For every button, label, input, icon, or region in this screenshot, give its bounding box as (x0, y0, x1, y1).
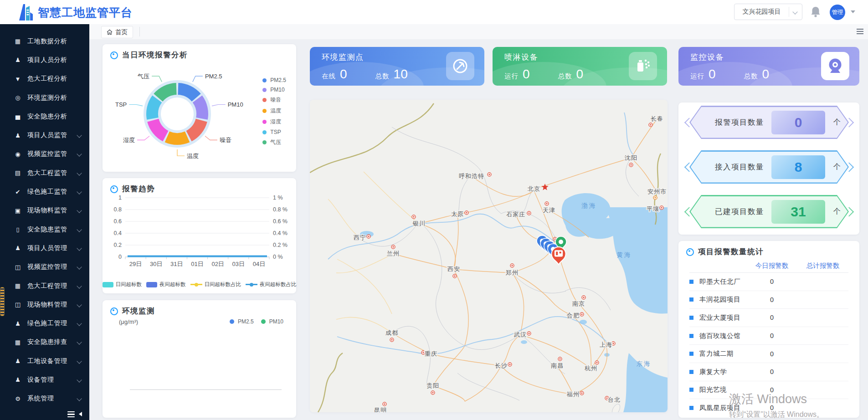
tab-overflow-menu-icon[interactable] (857, 29, 863, 34)
project-name: 宏业大厦项目 (699, 313, 740, 322)
today-alarm-count: 0 (747, 368, 797, 375)
project-counts-card: 报警项目数量 0 个 接入项目数量 8 个 已建项目数量 31 个 (678, 102, 859, 235)
card-title: 项目报警数量统计 (698, 247, 764, 257)
tab-bar: 首页 (89, 24, 868, 39)
legend-swatch (262, 130, 267, 134)
legend-swatch (103, 282, 113, 287)
env-monitor-legend: PM2.5PM10 (230, 318, 283, 325)
green-construction-manage-icon: ♟ (14, 320, 22, 327)
legend-item-TSP[interactable]: TSP (262, 129, 286, 135)
sidebar-item-5[interactable]: ▅安全隐患分析 (0, 107, 89, 126)
sidebar-item-label: 现场物料管理 (27, 301, 77, 309)
sidebar-item-16[interactable]: ♟绿色施工管理 (0, 314, 89, 333)
sidebar-item-15[interactable]: ◫现场物料管理 (0, 295, 89, 314)
sidebar-item-17[interactable]: ▦安全隐患排查 (0, 333, 89, 352)
legend-label: 夜间超标数 (159, 281, 186, 288)
chevron-down-icon (77, 189, 82, 194)
sidebar-item-3[interactable]: ▼危大工程分析 (0, 70, 89, 88)
sidebar-item-18[interactable]: ♟工地设备管理 (0, 352, 89, 370)
legend-item-日间超标数[interactable]: 日间超标数 (103, 281, 142, 288)
legend-label: 温度 (270, 107, 281, 115)
sidebar-item-11[interactable]: ▯安全隐患监管 (0, 220, 89, 239)
donut-segment-噪音[interactable] (189, 120, 202, 136)
sidebar-item-9[interactable]: ✔绿色施工监管 (0, 182, 89, 201)
stat-card-metrics: 运行 0 总数 0 (504, 68, 583, 81)
sidebar-item-12[interactable]: ♟项目人员管理 (0, 239, 89, 257)
sidebar-item-label: 现场物料监管 (27, 206, 77, 215)
safety-hazard-analysis-icon: ▅ (14, 113, 22, 120)
chevron-down-icon (792, 9, 797, 14)
y-axis-tick-right: 0.6 % (273, 218, 288, 225)
legend-item-气压[interactable]: 气压 (262, 138, 286, 146)
sidebar-item-19[interactable]: ♟设备管理 (0, 370, 89, 389)
legend-item-夜间超标数[interactable]: 夜间超标数 (146, 281, 186, 288)
sidebar-item-8[interactable]: ▤危大工程监管 (0, 164, 89, 182)
chevron-down-icon (77, 265, 82, 270)
sidebar-item-1[interactable]: ▦工地数据分析 (0, 32, 89, 51)
card-title: 报警趋势 (122, 184, 155, 194)
y-axis-tick-right: 0.8 % (273, 206, 288, 213)
city-label-武汉: 武汉 (514, 331, 527, 338)
city-label-西宁: 西宁 (354, 234, 366, 241)
sidebar-menu: ▦工地数据分析♟项目人员分析▼危大工程分析◎环境监测分析▅安全隐患分析♟项目人员… (0, 24, 89, 408)
project-name: 富力城二期 (699, 349, 734, 358)
danger-project-manage-icon: ▦ (14, 282, 22, 289)
legend-label: TSP (270, 129, 281, 135)
bullseye-icon (110, 307, 118, 315)
sidebar-item-13[interactable]: ◫视频监控管理 (0, 258, 89, 277)
chevron-down-icon (77, 359, 82, 364)
donut-segment-TSP[interactable] (152, 99, 157, 118)
row-bullet-icon (689, 316, 693, 320)
donut-label: PM10 (228, 101, 243, 108)
metric-label: 总数 (744, 72, 758, 81)
legend-item-湿度[interactable]: 湿度 (262, 118, 286, 126)
avatar-caret-icon[interactable] (851, 10, 855, 15)
today-alarm-count: 0 (747, 314, 797, 321)
legend-item-PM2.5[interactable]: PM2.5 (262, 77, 286, 83)
sidebar-item-10[interactable]: ▣现场物料监管 (0, 201, 89, 220)
notification-bell-icon[interactable] (810, 6, 821, 18)
banner-label: 接入项目数量 (715, 162, 771, 172)
banner-label: 已建项目数量 (715, 207, 771, 217)
avatar[interactable]: 管理 (830, 5, 845, 20)
project-selector[interactable]: 文兴花园项目 (734, 4, 802, 20)
donut-segment-湿度[interactable] (153, 120, 166, 136)
sidebar-item-4[interactable]: ◎环境监测分析 (0, 88, 89, 107)
sidebar-collapse-button[interactable] (67, 411, 82, 418)
donut-segment-温度[interactable] (167, 137, 187, 139)
sidebar-item-7[interactable]: ◉视频监控监管 (0, 145, 89, 164)
city-label-北京: 北京 (528, 185, 540, 192)
sidebar-item-14[interactable]: ▦危大工程管理 (0, 277, 89, 295)
project-person-analysis-icon: ♟ (14, 56, 22, 63)
legend-item-夜间超标数占比[interactable]: 夜间超标数占比 (246, 281, 297, 288)
legend-label: 噪音 (270, 96, 281, 104)
donut-segment-PM10[interactable] (197, 99, 202, 118)
y-axis-tick-left: 0.4 (114, 230, 122, 236)
metric-value: 0 (576, 68, 584, 81)
sidebar-item-6[interactable]: ♟项目人员监管 (0, 126, 89, 144)
legend-item-PM10[interactable]: PM10 (261, 318, 283, 325)
city-label-贵阳: 贵阳 (426, 382, 439, 389)
project-person-supervision-icon: ♟ (14, 132, 22, 139)
y-axis-tick-right: 0 % (273, 254, 283, 260)
sidebar-item-label: 危大工程管理 (27, 282, 77, 290)
legend-item-PM2.5[interactable]: PM2.5 (230, 318, 254, 325)
sidebar-scroll-indicator[interactable] (0, 287, 5, 316)
legend-item-PM10[interactable]: PM10 (262, 87, 286, 93)
column-today-alarms[interactable]: 今日报警数 (747, 261, 797, 270)
sidebar-item-2[interactable]: ♟项目人员分析 (0, 51, 89, 69)
legend-label: PM10 (269, 318, 283, 325)
legend-swatch (261, 319, 266, 324)
china-map[interactable]: 渤海黄海东海呼和浩特北京天津长春沈阳安州市平壤银川太原石家庄济南西宁兰州西安郑州… (310, 100, 668, 412)
legend-label: PM10 (270, 87, 284, 93)
tab-home[interactable]: 首页 (101, 26, 133, 38)
city-label-长沙: 长沙 (495, 362, 508, 369)
device-manage-icon: ♟ (14, 376, 22, 383)
column-total-alarms[interactable]: 总计报警数 (798, 261, 848, 270)
legend-item-日间超标数占比[interactable]: 日间超标数占比 (190, 281, 241, 288)
sidebar-item-20[interactable]: ⚙系统管理 (0, 389, 89, 408)
legend-item-噪音[interactable]: 噪音 (262, 96, 286, 104)
legend-item-温度[interactable]: 温度 (262, 107, 286, 115)
x-axis-tick: 01日 (191, 261, 203, 267)
video-supervision-icon: ◉ (14, 151, 22, 158)
